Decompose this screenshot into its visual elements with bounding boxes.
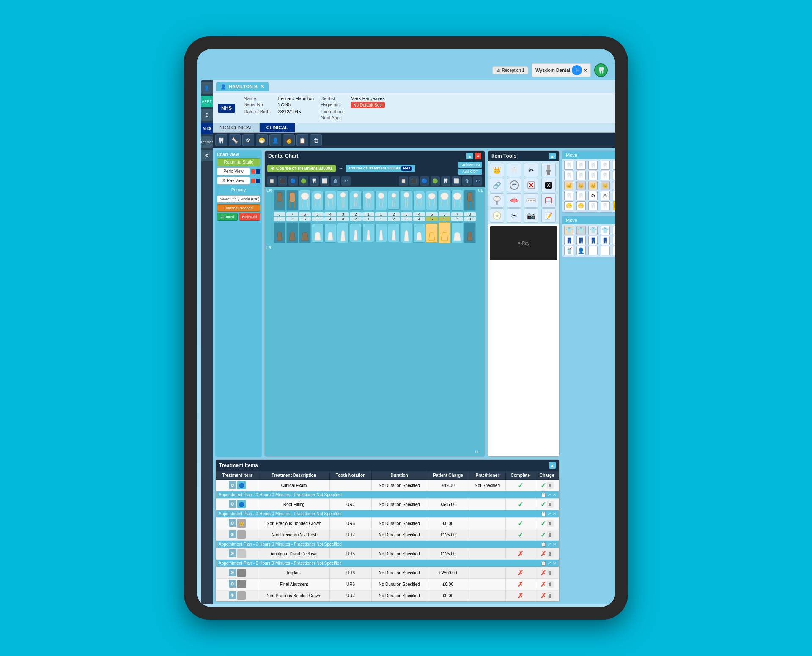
appt-resize-2[interactable]: ⤢: [548, 511, 551, 516]
toolbar-patient-icon[interactable]: 🧑: [283, 134, 295, 146]
appt-resize-4[interactable]: ⤢: [548, 561, 551, 566]
mi-3-3[interactable]: ⚙: [588, 191, 598, 200]
sidebar-finance-icon[interactable]: £: [201, 109, 213, 121]
tab-clinical[interactable]: CLINICAL: [260, 123, 295, 132]
delete-btn-4[interactable]: 🗑: [547, 531, 554, 538]
tool-implant[interactable]: [541, 163, 556, 177]
chart-tb-1[interactable]: 🔲: [267, 176, 277, 186]
tooth-lr7[interactable]: [286, 222, 298, 243]
tooth-ur8[interactable]: [274, 190, 285, 211]
chart-tb-9[interactable]: 🔲: [399, 176, 408, 186]
patient-tab-close[interactable]: ✕: [260, 84, 264, 90]
chart-tb-13[interactable]: 🦷: [441, 176, 450, 186]
mi-3-4[interactable]: ⚙: [601, 191, 610, 200]
chart-tb-4[interactable]: 🟢: [299, 176, 308, 186]
delete-btn-8[interactable]: 🗑: [547, 592, 554, 599]
tool-photo[interactable]: 📷: [524, 208, 538, 223]
settings-icon-4[interactable]: ⚙: [229, 530, 236, 538]
tool-surgical[interactable]: ✂: [507, 208, 521, 223]
tooth-ul3[interactable]: [401, 190, 412, 210]
tool-veneer[interactable]: [507, 178, 521, 192]
mi-p-1[interactable]: 👖: [564, 236, 573, 245]
mi-x-3[interactable]: [613, 246, 615, 255]
delete-btn-2[interactable]: 🗑: [547, 501, 554, 508]
chart-tb-12[interactable]: 🟢: [431, 176, 440, 186]
mi-3-2[interactable]: 🦷: [576, 191, 586, 200]
mi-1-7[interactable]: 🦷: [564, 171, 573, 180]
delete-btn-6[interactable]: 🗑: [547, 569, 554, 576]
mi-p-2[interactable]: 👖: [576, 236, 586, 245]
cot1-btn[interactable]: ⚙ Course of Treatment 300091: [267, 165, 336, 172]
tooth-lr1[interactable]: [362, 224, 374, 242]
rejected-btn[interactable]: Rejected: [239, 213, 260, 221]
granted-btn[interactable]: Granted: [217, 213, 238, 221]
tooth-ll5[interactable]: [426, 224, 438, 243]
tool-root-canal[interactable]: [490, 193, 504, 208]
mi-c-4[interactable]: 👕: [601, 226, 610, 235]
settings-icon[interactable]: ⚙: [229, 481, 236, 489]
tooth-lr4[interactable]: [324, 224, 336, 243]
tooth-ur3[interactable]: [337, 190, 349, 210]
mi-c-5[interactable]: [613, 226, 615, 235]
chart-tb-8[interactable]: ↩: [341, 176, 351, 186]
tooth-ul4[interactable]: [413, 191, 425, 210]
select-only-btn[interactable]: Select Only Mode (Ctrl): [217, 195, 260, 203]
tool-notes[interactable]: 📝: [541, 208, 556, 223]
sidebar-report-icon[interactable]: REPORT: [201, 136, 213, 148]
settings-icon-7[interactable]: ⚙: [229, 580, 236, 588]
toolbar-radiation-icon[interactable]: ☢: [242, 134, 254, 146]
sidebar-nhs-icon[interactable]: NHS: [201, 123, 213, 134]
xray-view-btn[interactable]: X-Ray View: [217, 177, 250, 185]
patient-tab[interactable]: 👤 HAMILTON B ✕: [216, 82, 269, 91]
mi-x-1[interactable]: [588, 246, 598, 255]
toolbar-delete-icon[interactable]: 🗑: [310, 134, 322, 146]
mi-4-5[interactable]: [613, 201, 615, 210]
primary-btn[interactable]: Primary: [217, 186, 260, 194]
mi-1-8[interactable]: 🦷: [576, 171, 586, 180]
mi-1-11[interactable]: 🦷: [613, 171, 615, 180]
mi-4-4[interactable]: 🦷: [601, 201, 610, 210]
chart-tb-10[interactable]: ⬛: [409, 176, 419, 186]
close-chart-btn[interactable]: ✕: [475, 153, 481, 159]
mi-2-1[interactable]: 👑: [564, 181, 573, 190]
tooth-ur7[interactable]: [286, 190, 298, 211]
tooth-ll3[interactable]: [401, 223, 412, 243]
settings-icon-5[interactable]: ⚙: [229, 549, 236, 557]
mi-1-1[interactable]: 🦷: [564, 161, 573, 170]
mi-2-5[interactable]: 🦷: [613, 181, 615, 190]
tool-whitening[interactable]: ★: [490, 208, 504, 223]
sidebar-appt-icon[interactable]: APPT: [201, 96, 213, 107]
mi-1-2[interactable]: 🦷: [576, 161, 586, 170]
tool-perio[interactable]: [541, 193, 556, 208]
maximize-treatment-btn[interactable]: ▲: [549, 462, 556, 469]
mi-4-3[interactable]: 🦷: [588, 201, 598, 210]
tool-tooth-1[interactable]: 🦷: [507, 163, 521, 177]
tooth-ur2[interactable]: [350, 191, 362, 210]
appt-close-3[interactable]: ✕: [553, 542, 556, 547]
delete-btn-7[interactable]: 🗑: [547, 581, 554, 588]
appt-icon-4[interactable]: 📋: [541, 561, 546, 566]
tooth-ll6[interactable]: [439, 222, 450, 243]
tooth-ll4[interactable]: [413, 224, 425, 243]
close-label[interactable]: ×: [584, 67, 587, 74]
mi-person-1[interactable]: 👤: [576, 246, 586, 255]
tooth-ul7[interactable]: [451, 190, 463, 211]
settings-icon-6[interactable]: ⚙: [229, 569, 236, 576]
tooth-ll7[interactable]: [451, 222, 463, 243]
appt-close-4[interactable]: ✕: [553, 561, 556, 566]
tab-non-clinical[interactable]: NON-CLINICAL: [213, 123, 260, 132]
settings-icon-3[interactable]: ⚙: [229, 519, 236, 527]
mi-4-2[interactable]: 😬: [576, 201, 586, 210]
mi-1-9[interactable]: 🦷: [588, 171, 598, 180]
mi-p-3[interactable]: 👖: [588, 236, 598, 245]
delete-btn-1[interactable]: 🗑: [547, 482, 554, 489]
tooth-ur6[interactable]: [299, 190, 311, 211]
chart-tb-11[interactable]: 🔵: [420, 176, 429, 186]
perio-view-btn[interactable]: Perio View: [217, 167, 250, 175]
consent-needed-btn[interactable]: Consent Needed: [217, 204, 260, 212]
minimize-tools-btn[interactable]: ▲: [549, 153, 556, 159]
settings-icon-2[interactable]: ⚙: [229, 500, 236, 508]
mi-3-1[interactable]: 🦷: [564, 191, 573, 200]
mi-1-10[interactable]: 🦷: [601, 171, 610, 180]
mi-2-3[interactable]: 👑: [588, 181, 598, 190]
